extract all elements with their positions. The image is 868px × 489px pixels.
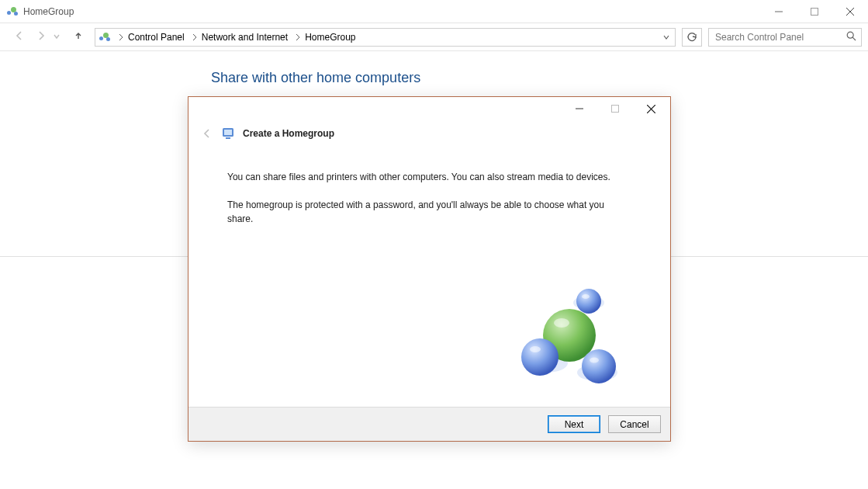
breadcrumb-item[interactable]: Control Panel bbox=[116, 32, 188, 43]
navigation-bar: Control Panel Network and Internet HomeG… bbox=[0, 23, 868, 51]
homegroup-wizard-icon bbox=[221, 127, 235, 140]
wizard-title: Create a Homegroup bbox=[243, 128, 334, 139]
nav-up-button[interactable] bbox=[73, 30, 84, 43]
breadcrumb-label: HomeGroup bbox=[305, 32, 355, 43]
wizard-titlebar bbox=[188, 97, 670, 120]
wizard-back-button[interactable] bbox=[201, 127, 213, 140]
svg-point-14 bbox=[530, 346, 541, 352]
breadcrumb-item[interactable]: HomeGroup bbox=[292, 32, 358, 43]
window-titlebar: HomeGroup bbox=[0, 0, 868, 23]
wizard-body-text: The homegroup is protected with a passwo… bbox=[227, 198, 631, 226]
search-icon bbox=[846, 31, 856, 43]
wizard-body: You can share files and printers with ot… bbox=[188, 147, 670, 407]
svg-point-15 bbox=[590, 358, 599, 363]
svg-point-1 bbox=[847, 32, 853, 38]
search-input[interactable] bbox=[714, 31, 842, 43]
window-minimize-button[interactable] bbox=[761, 0, 797, 23]
wizard-body-text: You can share files and printers with ot… bbox=[227, 170, 631, 184]
svg-rect-0 bbox=[811, 8, 818, 15]
wizard-footer: Next Cancel bbox=[188, 407, 670, 441]
svg-point-16 bbox=[582, 294, 590, 299]
search-box[interactable] bbox=[708, 28, 862, 47]
nav-forward-button[interactable] bbox=[36, 30, 47, 43]
window-maximize-button[interactable] bbox=[797, 0, 832, 23]
homegroup-icon bbox=[6, 5, 19, 18]
wizard-header: Create a Homegroup bbox=[188, 120, 670, 147]
svg-point-11 bbox=[521, 338, 558, 376]
breadcrumb-item[interactable]: Network and Internet bbox=[189, 32, 291, 43]
window-title: HomeGroup bbox=[23, 6, 74, 17]
refresh-button[interactable] bbox=[682, 28, 702, 47]
svg-point-9 bbox=[576, 289, 601, 314]
svg-point-12 bbox=[582, 349, 616, 383]
homegroup-icon bbox=[99, 31, 111, 43]
wizard-maximize-button[interactable] bbox=[597, 97, 633, 120]
svg-rect-2 bbox=[612, 106, 619, 113]
svg-point-13 bbox=[554, 318, 569, 328]
create-homegroup-wizard: Create a Homegroup You can share files a… bbox=[188, 96, 671, 442]
svg-rect-5 bbox=[226, 137, 230, 139]
wizard-close-button[interactable] bbox=[633, 97, 669, 120]
address-dropdown[interactable] bbox=[659, 29, 673, 46]
nav-back-button[interactable] bbox=[14, 30, 25, 43]
next-button[interactable]: Next bbox=[548, 415, 600, 433]
breadcrumb-label: Network and Internet bbox=[202, 32, 288, 43]
chevron-right-icon bbox=[296, 33, 300, 41]
homegroup-illustration bbox=[500, 279, 631, 396]
cancel-button[interactable]: Cancel bbox=[608, 415, 661, 433]
breadcrumb-label: Control Panel bbox=[128, 32, 185, 43]
nav-history-dropdown[interactable] bbox=[53, 32, 61, 43]
chevron-right-icon bbox=[119, 33, 123, 41]
address-bar[interactable]: Control Panel Network and Internet HomeG… bbox=[95, 28, 676, 47]
content-area: Share with other home computers bbox=[0, 51, 868, 489]
chevron-right-icon bbox=[192, 33, 197, 41]
wizard-minimize-button[interactable] bbox=[562, 97, 597, 120]
svg-rect-4 bbox=[224, 130, 232, 135]
window-close-button[interactable] bbox=[832, 0, 868, 23]
page-heading: Share with other home computers bbox=[211, 70, 420, 86]
